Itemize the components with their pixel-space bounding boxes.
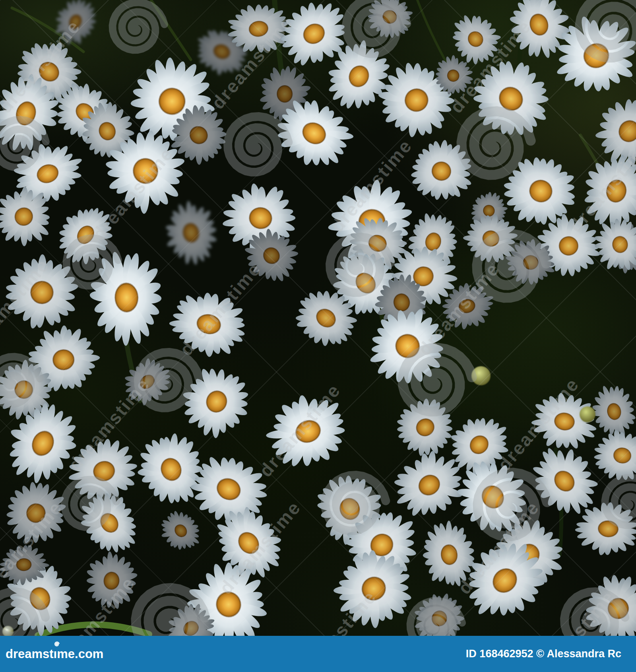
daisy-flower [551,10,636,101]
daisy-flower [467,55,555,143]
logo-letter-i: ı [54,647,57,661]
daisy-flower [166,102,232,168]
flowers-layer [0,0,636,636]
flower-bud [580,406,595,422]
daisy-flower [157,507,205,555]
daisy-flower [330,545,417,632]
daisy-flower [241,225,302,286]
daisy-flower [411,590,468,636]
logo-spiral-dot-icon [54,641,60,647]
daisy-flower [80,549,143,613]
daisy-flower [163,600,219,636]
daisy-flower [581,571,636,636]
daisy-flower [503,235,558,290]
daisy-flower [364,0,415,42]
daisy-flower [437,276,497,336]
daisy-flower [590,423,636,487]
daisy-flower [0,184,57,250]
dreamstime-footer-bar: dreamstıme.com ID 168462952 © Alessandra… [0,636,636,672]
flower-bud [471,366,491,385]
daisy-flower [289,282,363,355]
daisy-field-photo: dreamstimedreamstimedreamstimedreamstime… [0,0,636,636]
daisy-flower [119,353,176,410]
daisy-flower [431,54,475,97]
daisy-flower [271,90,358,177]
dreamstime-logo: dreamstıme.com [6,647,103,661]
daisy-flower [459,535,551,626]
daisy-flower [590,214,636,275]
daisy-flower [0,537,51,592]
daisy-flower [165,281,252,368]
daisy-flower [262,386,354,477]
stock-photo-page: dreamstimedreamstimedreamstimedreamstime… [0,0,636,672]
flower-bud [2,626,14,636]
daisy-flower [572,492,636,565]
daisy-flower [407,136,476,206]
image-credit-text: ID 168462952 © Alessandra Rc [466,648,621,660]
